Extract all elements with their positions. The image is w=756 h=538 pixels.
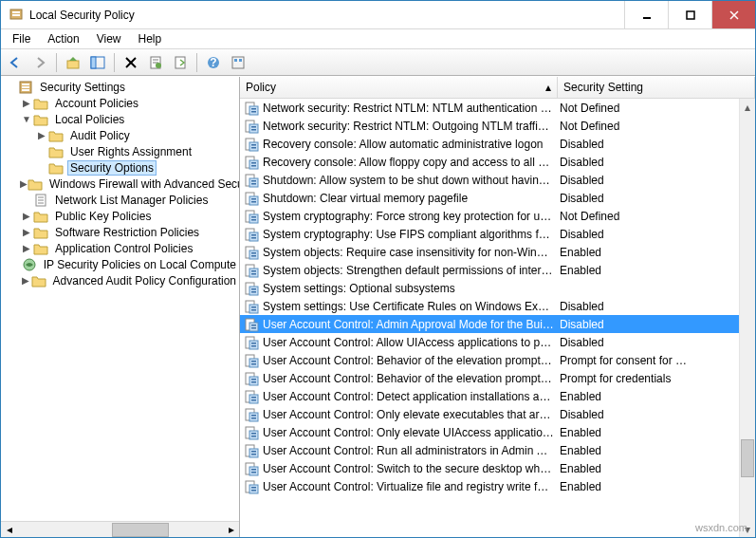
- expander-icon[interactable]: ▶: [20, 227, 33, 237]
- menu-view[interactable]: View: [89, 30, 129, 47]
- scroll-thumb[interactable]: [741, 439, 754, 477]
- svg-rect-88: [249, 359, 258, 367]
- policy-icon: [244, 209, 259, 224]
- list-row[interactable]: Network security: Restrict NTLM: Outgoin…: [240, 117, 739, 135]
- security-settings-icon: [18, 80, 33, 95]
- svg-rect-65: [251, 252, 256, 254]
- scroll-left-arrow[interactable]: ◂: [1, 522, 17, 538]
- back-button[interactable]: [5, 52, 26, 73]
- list-row[interactable]: System cryptography: Force strong key pr…: [240, 207, 739, 225]
- tree-item[interactable]: Security Options: [1, 159, 239, 176]
- list-row[interactable]: User Account Control: Detect application…: [240, 387, 739, 405]
- list-row[interactable]: System cryptography: Use FIPS compliant …: [240, 225, 739, 243]
- list-row[interactable]: System settings: Use Certificate Rules o…: [240, 297, 739, 315]
- tree-item[interactable]: IP Security Policies on Local Compute: [1, 256, 239, 272]
- tree-item[interactable]: ▶Application Control Policies: [1, 240, 239, 256]
- tree-item[interactable]: ▶Windows Firewall with Advanced Secu: [1, 176, 239, 192]
- policy-cell: User Account Control: Admin Approval Mod…: [263, 318, 558, 331]
- list-row[interactable]: User Account Control: Only elevate UIAcc…: [240, 423, 739, 441]
- help-button[interactable]: ?: [203, 52, 224, 73]
- tree-item[interactable]: ▶Public Key Policies: [1, 208, 239, 224]
- close-button[interactable]: [711, 1, 755, 28]
- expander-icon[interactable]: ▶: [20, 98, 33, 108]
- svg-rect-2: [12, 14, 20, 16]
- list-row[interactable]: Shutdown: Allow system to be shut down w…: [240, 171, 739, 189]
- svg-rect-90: [251, 363, 256, 365]
- expander-icon[interactable]: ▶: [20, 243, 33, 253]
- scroll-track[interactable]: [740, 115, 755, 521]
- list-row[interactable]: User Account Control: Allow UIAccess app…: [240, 333, 739, 351]
- svg-rect-45: [251, 162, 256, 164]
- svg-rect-53: [251, 198, 256, 200]
- expander-icon[interactable]: ▶: [35, 130, 48, 140]
- column-header-setting[interactable]: Security Setting: [558, 77, 755, 98]
- list-row[interactable]: System objects: Strengthen default permi…: [240, 261, 739, 279]
- policy-cell: System cryptography: Force strong key pr…: [263, 210, 558, 223]
- svg-rect-1: [12, 11, 20, 13]
- tree-item[interactable]: ▶Audit Policy: [1, 127, 239, 143]
- policy-cell: User Account Control: Only elevate UIAcc…: [263, 426, 558, 439]
- list-view[interactable]: Network security: Restrict NTLM: NTLM au…: [240, 99, 739, 537]
- svg-rect-52: [249, 196, 258, 205]
- list-row[interactable]: System settings: Optional subsystems: [240, 279, 739, 297]
- show-hide-tree-button[interactable]: [87, 52, 108, 73]
- tree-root[interactable]: Security Settings: [1, 79, 239, 95]
- export-button[interactable]: [170, 52, 191, 73]
- column-header-policy[interactable]: Policy ▴: [240, 77, 558, 98]
- up-button[interactable]: [63, 52, 83, 73]
- svg-rect-41: [251, 144, 256, 146]
- svg-point-15: [156, 63, 161, 68]
- list-row[interactable]: User Account Control: Admin Approval Mod…: [240, 315, 739, 333]
- list-row[interactable]: Network security: Restrict NTLM: NTLM au…: [240, 99, 739, 117]
- expander-icon[interactable]: ▼: [20, 114, 33, 124]
- list-row[interactable]: User Account Control: Behavior of the el…: [240, 369, 739, 387]
- menu-file[interactable]: File: [5, 30, 38, 47]
- svg-rect-50: [251, 183, 256, 185]
- forward-button[interactable]: [29, 52, 50, 73]
- scroll-up-arrow[interactable]: ▴: [740, 99, 755, 115]
- tree-horizontal-scrollbar[interactable]: ◂ ▸: [1, 521, 239, 537]
- main-window: Local Security Policy File Action View H…: [0, 0, 756, 538]
- svg-rect-9: [91, 57, 96, 68]
- svg-rect-85: [251, 343, 256, 344]
- policy-cell: System settings: Optional subsystems: [263, 282, 558, 295]
- tree-item[interactable]: Network List Manager Policies: [1, 192, 239, 208]
- scroll-right-arrow[interactable]: ▸: [223, 522, 239, 538]
- tree-item[interactable]: User Rights Assignment: [1, 143, 239, 159]
- folder-icon: [48, 144, 64, 159]
- tree-item[interactable]: ▶Account Policies: [1, 95, 239, 111]
- list-row[interactable]: User Account Control: Switch to the secu…: [240, 459, 739, 477]
- minimize-button[interactable]: [624, 1, 668, 28]
- menu-help[interactable]: Help: [131, 30, 170, 47]
- list-row[interactable]: Recovery console: Allow automatic admini…: [240, 135, 739, 153]
- tree-item[interactable]: ▶Software Restriction Policies: [1, 224, 239, 240]
- list-row[interactable]: User Account Control: Only elevate execu…: [240, 405, 739, 423]
- scroll-down-arrow[interactable]: ▾: [740, 521, 755, 537]
- tree-view[interactable]: Security Settings▶Account Policies▼Local…: [1, 77, 239, 521]
- folder-icon: [33, 96, 48, 111]
- list-row[interactable]: User Account Control: Run all administra…: [240, 441, 739, 459]
- expander-icon[interactable]: ▶: [20, 275, 31, 286]
- list-row[interactable]: User Account Control: Behavior of the el…: [240, 351, 739, 369]
- folder-icon: [33, 241, 48, 256]
- expander-icon[interactable]: ▶: [20, 211, 33, 221]
- expander-icon[interactable]: ▶: [20, 178, 28, 189]
- scroll-thumb[interactable]: [112, 523, 169, 537]
- sort-indicator-icon: ▴: [545, 81, 551, 94]
- svg-rect-89: [251, 361, 256, 362]
- maximize-button[interactable]: [668, 1, 711, 28]
- delete-button[interactable]: [120, 52, 141, 73]
- list-row[interactable]: Shutdown: Clear virtual memory pagefileD…: [240, 189, 739, 207]
- list-vertical-scrollbar[interactable]: ▴ ▾: [739, 99, 755, 537]
- properties-button[interactable]: [145, 52, 166, 73]
- folder-icon: [28, 176, 43, 192]
- menu-action[interactable]: Action: [40, 30, 86, 47]
- list-row[interactable]: User Account Control: Virtualize file an…: [240, 477, 739, 495]
- refresh-button[interactable]: [228, 52, 249, 73]
- tree-item[interactable]: ▶Advanced Audit Policy Configuration: [1, 272, 239, 288]
- svg-rect-113: [251, 469, 256, 471]
- tree-item[interactable]: ▼Local Policies: [1, 111, 239, 127]
- list-row[interactable]: System objects: Require case insensitivi…: [240, 243, 739, 261]
- setting-cell: Disabled: [558, 174, 739, 187]
- list-row[interactable]: Recovery console: Allow floppy copy and …: [240, 153, 739, 171]
